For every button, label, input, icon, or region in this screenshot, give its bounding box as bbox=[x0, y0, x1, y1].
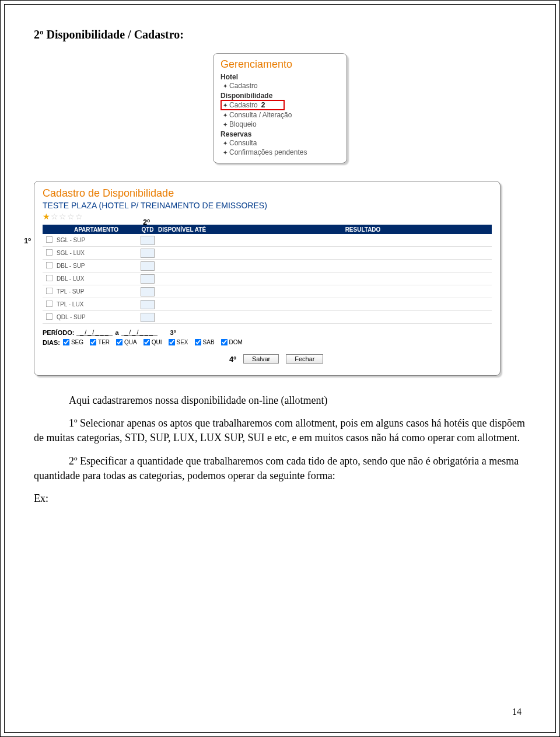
days-row: DIAS: SEG TER QUA QUI SEX SAB DOM bbox=[43, 338, 492, 346]
day-checkbox[interactable] bbox=[90, 339, 97, 346]
period-row: PERÍODO: _/_/___ a _/_/___ 3º bbox=[43, 329, 492, 336]
col-resultado: RESULTADO bbox=[234, 226, 492, 233]
page-number: 14 bbox=[512, 707, 522, 717]
marker-2: 2º bbox=[143, 218, 150, 226]
star-icon: ☆ bbox=[67, 212, 75, 221]
row-checkbox[interactable] bbox=[46, 249, 52, 256]
day-checkbox[interactable] bbox=[194, 339, 201, 346]
menu-item-label: Consulta / Alteração bbox=[229, 111, 292, 119]
table-row: TPL - SUP bbox=[43, 285, 492, 298]
period-label: PERÍODO: bbox=[43, 329, 74, 336]
row-label: TPL - SUP bbox=[55, 288, 137, 295]
arrow-icon: ✦ bbox=[223, 149, 228, 156]
star-icon: ★ bbox=[43, 212, 51, 221]
day-checkbox[interactable] bbox=[63, 339, 70, 346]
menu-group-hotel: Hotel bbox=[220, 73, 340, 81]
row-checkbox[interactable] bbox=[46, 288, 52, 295]
row-checkbox[interactable] bbox=[46, 262, 52, 269]
menu-item-disp-consulta[interactable]: ✦ Consulta / Alteração bbox=[220, 110, 340, 120]
menu-item-label: Confirmações pendentes bbox=[229, 148, 307, 156]
menu-item-res-consulta[interactable]: ✦ Consulta bbox=[220, 138, 340, 148]
day-label: SEG bbox=[71, 339, 83, 345]
hotel-name: TESTE PLAZA (HOTEL P/ TREINAMENTO DE EMI… bbox=[43, 201, 492, 210]
table-row: SGL - LUX bbox=[43, 247, 492, 260]
menu-item-label: Cadastro bbox=[229, 101, 258, 109]
table-header: APARTAMENTO QTD DISPONÍVEL ATÉ RESULTADO bbox=[43, 225, 492, 234]
paragraph-ex: Ex: bbox=[34, 491, 526, 506]
menu-item-disp-cadastro[interactable]: ✦ Cadastro 2 bbox=[220, 100, 285, 110]
row-label: DBL - LUX bbox=[55, 275, 137, 282]
qtd-input[interactable] bbox=[141, 274, 155, 284]
close-button[interactable]: Fechar bbox=[286, 354, 323, 364]
table-row: DBL - SUP bbox=[43, 260, 492, 273]
arrow-icon: ✦ bbox=[223, 121, 228, 128]
arrow-icon: ✦ bbox=[223, 140, 228, 146]
table-row: SGL - SUP bbox=[43, 234, 492, 247]
col-apartamento: APARTAMENTO bbox=[55, 226, 137, 233]
col-qtd: QTD bbox=[137, 226, 158, 233]
col-disponivel: DISPONÍVEL ATÉ bbox=[158, 226, 234, 233]
row-checkbox[interactable] bbox=[46, 275, 52, 282]
row-label: SGL - SUP bbox=[55, 237, 137, 243]
row-checkbox[interactable] bbox=[46, 236, 52, 243]
qtd-input[interactable] bbox=[141, 236, 155, 245]
save-button[interactable]: Salvar bbox=[243, 354, 279, 364]
row-label: DBL - SUP bbox=[55, 263, 137, 269]
marker-1: 1º bbox=[24, 236, 31, 245]
day-checkbox[interactable] bbox=[143, 339, 150, 346]
days-label: DIAS: bbox=[43, 339, 60, 346]
menu-item-label: Bloqueio bbox=[229, 120, 257, 128]
row-label: SGL - LUX bbox=[55, 250, 137, 256]
day-checkbox[interactable] bbox=[116, 339, 123, 346]
star-rating: ★☆☆☆☆ bbox=[43, 212, 492, 221]
row-checkbox[interactable] bbox=[46, 301, 52, 308]
table-row: DBL - LUX bbox=[43, 273, 492, 285]
qtd-input[interactable] bbox=[141, 249, 155, 258]
menu-panel: Gerenciamento Hotel ✦ Cadastro Disponibi… bbox=[213, 53, 347, 163]
star-icon: ☆ bbox=[75, 212, 83, 221]
menu-item-res-confirmacoes[interactable]: ✦ Confirmações pendentes bbox=[220, 148, 340, 157]
table-row: QDL - SUP bbox=[43, 311, 492, 324]
day-label: DOM bbox=[229, 339, 243, 345]
period-from[interactable]: _/_/___ bbox=[76, 329, 113, 336]
day-label: SEX bbox=[177, 339, 188, 345]
table-row: TPL - LUX bbox=[43, 298, 492, 311]
qtd-input[interactable] bbox=[141, 287, 155, 296]
menu-item-hotel-cadastro[interactable]: ✦ Cadastro bbox=[220, 81, 340, 90]
menu-item-label: Consulta bbox=[229, 139, 257, 147]
day-checkbox[interactable] bbox=[220, 339, 228, 346]
period-to[interactable]: _/_/___ bbox=[121, 329, 158, 336]
row-label: TPL - LUX bbox=[55, 301, 137, 308]
marker-3: 3º bbox=[170, 329, 176, 336]
section-title: 2º Disponibilidade / Cadastro: bbox=[34, 28, 526, 41]
menu-group-disponibilidade: Disponibilidade bbox=[220, 92, 340, 100]
row-label: QDL - SUP bbox=[55, 314, 137, 320]
paragraph-2: 2º Especificar a quantidade que trabalha… bbox=[34, 454, 526, 483]
arrow-icon: ✦ bbox=[223, 112, 228, 118]
menu-title: Gerenciamento bbox=[220, 58, 340, 71]
period-sep: a bbox=[115, 329, 118, 336]
day-label: QUI bbox=[152, 339, 162, 345]
day-checkbox[interactable] bbox=[168, 339, 175, 346]
arrow-icon: ✦ bbox=[223, 83, 228, 89]
qtd-input[interactable] bbox=[141, 300, 155, 309]
menu-item-disp-bloqueio[interactable]: ✦ Bloqueio bbox=[220, 120, 340, 129]
paragraph-1: 1º Selecionar apenas os aptos que trabal… bbox=[34, 416, 526, 445]
paragraph-intro: Aqui cadastraremos nossa disponibilidade… bbox=[34, 393, 526, 408]
day-label: SAB bbox=[203, 339, 215, 345]
day-label: QUA bbox=[124, 339, 137, 345]
row-checkbox[interactable] bbox=[46, 313, 52, 320]
menu-item-label: Cadastro bbox=[229, 82, 258, 90]
form-title: Cadastro de Disponibilidade bbox=[43, 187, 492, 200]
qtd-input[interactable] bbox=[141, 313, 155, 322]
star-icon: ☆ bbox=[51, 212, 59, 221]
step-badge: 2 bbox=[261, 101, 265, 109]
arrow-icon: ✦ bbox=[223, 102, 228, 109]
day-label: TER bbox=[98, 339, 110, 345]
menu-group-reservas: Reservas bbox=[220, 130, 340, 138]
star-icon: ☆ bbox=[59, 212, 67, 221]
form-panel: 1º 2º Cadastro de Disponibilidade TESTE … bbox=[34, 181, 501, 376]
qtd-input[interactable] bbox=[141, 261, 155, 271]
marker-4: 4º bbox=[229, 355, 236, 364]
